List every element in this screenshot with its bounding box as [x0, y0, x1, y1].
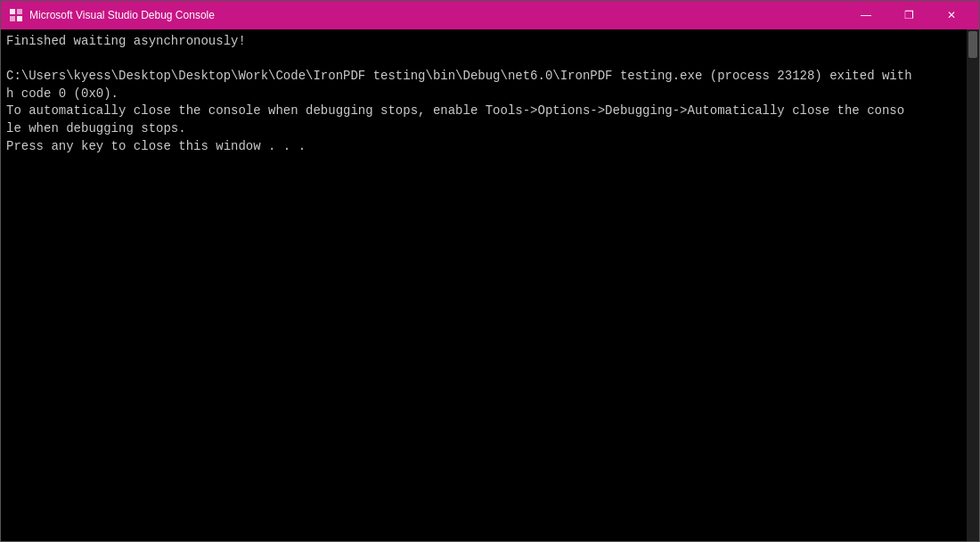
- close-button[interactable]: ✕: [931, 1, 972, 29]
- app-icon: [8, 7, 24, 23]
- console-output: Finished waiting asynchronously! C:\User…: [6, 33, 974, 155]
- svg-rect-3: [17, 16, 22, 21]
- minimize-button[interactable]: —: [845, 1, 886, 29]
- main-window: Microsoft Visual Studio Debug Console — …: [0, 0, 980, 542]
- console-output-area: Finished waiting asynchronously! C:\User…: [1, 29, 979, 541]
- titlebar: Microsoft Visual Studio Debug Console — …: [1, 1, 979, 29]
- window-controls: — ❐ ✕: [845, 1, 972, 29]
- window-title: Microsoft Visual Studio Debug Console: [29, 9, 215, 21]
- svg-rect-2: [10, 16, 15, 21]
- maximize-button[interactable]: ❐: [888, 1, 929, 29]
- scrollbar-thumb[interactable]: [968, 31, 977, 58]
- svg-rect-1: [17, 9, 22, 14]
- svg-rect-0: [10, 9, 15, 14]
- titlebar-left: Microsoft Visual Studio Debug Console: [8, 7, 215, 23]
- vertical-scrollbar[interactable]: [967, 29, 979, 541]
